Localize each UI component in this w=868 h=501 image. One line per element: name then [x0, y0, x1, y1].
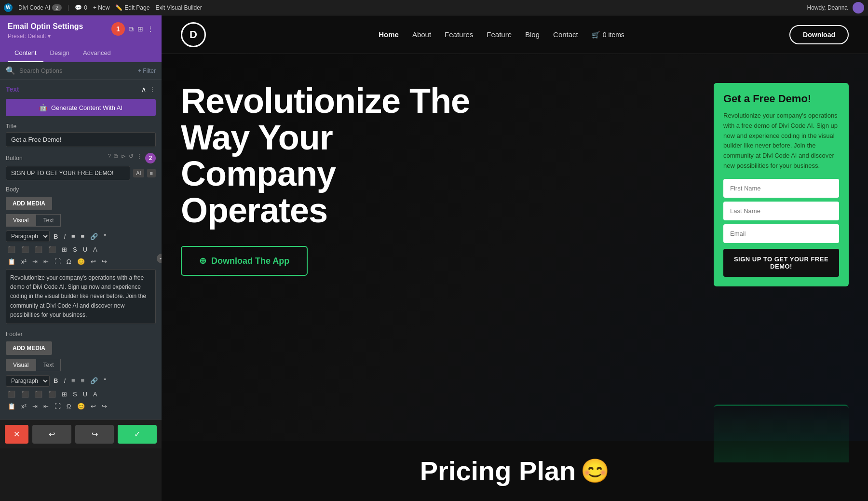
f-undo[interactable]: ↩ [89, 402, 98, 411]
email-input[interactable] [723, 224, 839, 243]
nav-about[interactable]: About [412, 30, 431, 39]
text-color-btn[interactable]: A [91, 245, 99, 254]
exit-builder-link[interactable]: Exit Visual Builder [155, 4, 202, 11]
help-icon[interactable]: ? [108, 153, 111, 163]
f-align-center[interactable]: ⬛ [19, 390, 31, 399]
copy-icon[interactable]: ⧉ [114, 153, 118, 163]
search-input[interactable] [19, 67, 134, 74]
ordered-list-button[interactable]: ≡ [79, 232, 87, 241]
bullet-list-button[interactable]: ≡ [69, 232, 77, 241]
align-center-btn[interactable]: ⬛ [19, 245, 31, 254]
undo-button[interactable]: ↩ [32, 425, 71, 444]
redo-button[interactable]: ↪ [75, 425, 114, 444]
strikethrough-btn[interactable]: S [71, 245, 79, 254]
add-media-button[interactable]: ADD MEDIA [6, 197, 52, 210]
f-underline[interactable]: U [81, 390, 89, 399]
outdent-btn[interactable]: ⇤ [41, 257, 51, 266]
f-paste[interactable]: 📋 [6, 402, 17, 411]
footer-visual-tab[interactable]: Visual [6, 359, 36, 371]
footer-bold[interactable]: B [52, 376, 60, 385]
emoji-btn[interactable]: 😊 [75, 257, 87, 266]
f-strikethrough[interactable]: S [71, 390, 79, 399]
save-button[interactable]: ✓ [118, 425, 157, 444]
link-button[interactable]: 🔗 [88, 232, 100, 241]
more-btn-icon[interactable]: ⋮ [136, 153, 142, 163]
footer-italic[interactable]: I [62, 376, 68, 385]
format-small-icon[interactable]: ≡ [147, 169, 156, 177]
collapse-icon[interactable]: ∧ [141, 85, 146, 93]
f-redo[interactable]: ↪ [100, 402, 109, 411]
italic-button[interactable]: I [62, 232, 68, 241]
text-tab[interactable]: Text [36, 214, 61, 227]
undo-editor-btn[interactable]: ↩ [89, 257, 98, 266]
close-button[interactable]: ✕ [5, 425, 28, 444]
hero-cta-button[interactable]: ⊕ Download The App [181, 246, 308, 276]
special-chars-btn[interactable]: Ω [65, 257, 73, 266]
tab-advanced[interactable]: Advanced [76, 44, 118, 62]
generate-ai-button[interactable]: 🤖 Generate Content With AI [6, 99, 156, 116]
footer-paragraph-select[interactable]: Paragraph [6, 375, 50, 387]
nav-blog[interactable]: Blog [525, 30, 540, 39]
f-subscript[interactable]: x² [19, 402, 28, 411]
footer-text-tab[interactable]: Text [36, 359, 61, 371]
fullscreen-btn[interactable]: ⛶ [53, 257, 63, 266]
redo-editor-btn[interactable]: ↪ [100, 257, 109, 266]
f-outdent[interactable]: ⇤ [41, 402, 51, 411]
table-btn[interactable]: ⊞ [60, 245, 69, 254]
f-omega[interactable]: Ω [65, 402, 73, 411]
reset-icon[interactable]: ↺ [129, 153, 134, 163]
align-right-btn[interactable]: ⬛ [33, 245, 44, 254]
title-input[interactable] [6, 132, 156, 147]
layout-icon[interactable]: ⊞ [137, 25, 143, 33]
nav-home[interactable]: Home [379, 30, 399, 39]
nav-feature[interactable]: Feature [487, 30, 512, 39]
footer-bullet[interactable]: ≡ [69, 376, 77, 385]
visual-tab[interactable]: Visual [6, 214, 36, 227]
paragraph-select[interactable]: Paragraph [6, 230, 50, 242]
divi-code-ai-link[interactable]: Divi Code AI 2 [18, 4, 62, 11]
bold-button[interactable]: B [52, 232, 60, 241]
new-post-link[interactable]: + New [93, 4, 109, 11]
nav-download-button[interactable]: Download [789, 25, 849, 44]
align-left-btn[interactable]: ⬛ [6, 245, 17, 254]
comments-link[interactable]: 💬 0 [75, 4, 87, 11]
f-fullscreen[interactable]: ⛶ [53, 402, 63, 411]
user-avatar[interactable] [853, 2, 864, 14]
greeting-label: Howdy, Deanna [807, 4, 848, 11]
duplicate-icon[interactable]: ⧉ [129, 25, 134, 33]
nav-features[interactable]: Features [445, 30, 473, 39]
f-justify[interactable]: ⬛ [46, 390, 58, 399]
footer-ordered[interactable]: ≡ [79, 376, 87, 385]
indent-btn[interactable]: ⇥ [30, 257, 40, 266]
lastname-input[interactable] [723, 202, 839, 220]
tab-design[interactable]: Design [43, 44, 76, 62]
subscript-btn[interactable]: x² [19, 257, 28, 266]
wordpress-icon[interactable]: W [4, 3, 13, 12]
f-align-right[interactable]: ⬛ [33, 390, 44, 399]
more-icon[interactable]: ⋮ [147, 25, 154, 33]
preset-selector[interactable]: Preset: Default ▾ [8, 33, 83, 40]
underline-btn[interactable]: U [81, 245, 89, 254]
f-align-left[interactable]: ⬛ [6, 390, 17, 399]
target-icon[interactable]: ⊳ [121, 153, 126, 163]
paste-btn[interactable]: 📋 [6, 257, 17, 266]
f-emoji[interactable]: 😊 [75, 402, 87, 411]
cart-link[interactable]: 🛒 0 items [592, 31, 624, 39]
footer-link[interactable]: 🔗 [88, 376, 100, 385]
footer-quote[interactable]: " [102, 376, 108, 385]
section-more-icon[interactable]: ⋮ [149, 85, 156, 93]
firstname-input[interactable] [723, 179, 839, 198]
f-indent[interactable]: ⇥ [30, 402, 40, 411]
demo-submit-button[interactable]: SIGN UP TO GET YOUR FREE DEMO! [723, 249, 839, 277]
quote-button[interactable]: " [102, 232, 108, 241]
footer-add-media-button[interactable]: ADD MEDIA [6, 341, 52, 355]
tab-content[interactable]: Content [8, 44, 43, 62]
edit-page-link[interactable]: ✏️ Edit Page [115, 4, 149, 11]
ai-small-icon[interactable]: AI [133, 169, 144, 177]
f-color[interactable]: A [91, 390, 99, 399]
f-table[interactable]: ⊞ [60, 390, 69, 399]
button-text-input[interactable] [6, 166, 130, 180]
nav-contact[interactable]: Contact [553, 30, 578, 39]
filter-button[interactable]: + Filter [138, 68, 156, 74]
justify-btn[interactable]: ⬛ [46, 245, 58, 254]
